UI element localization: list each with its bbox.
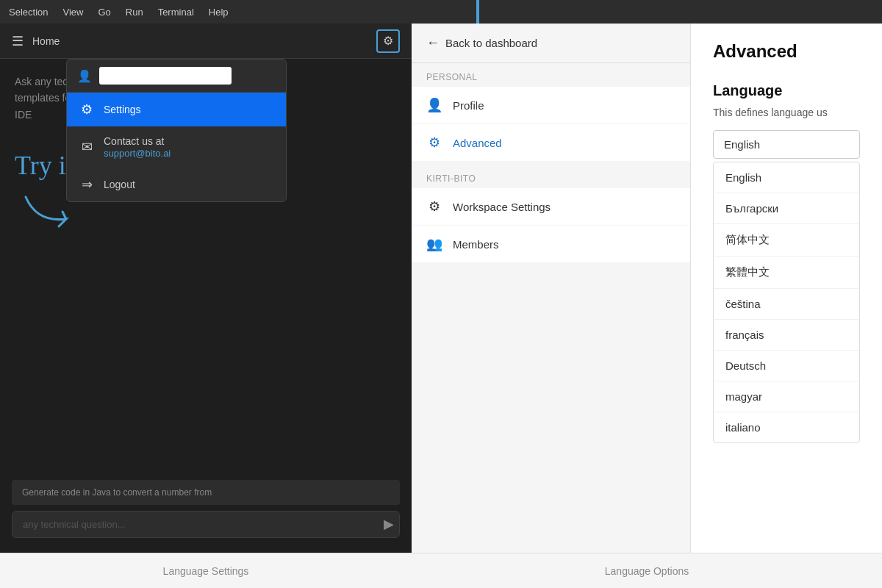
- send-icon: ▶: [384, 517, 394, 531]
- dropdown-search-input[interactable]: [99, 67, 232, 85]
- lang-option-simplified-chinese[interactable]: 简体中文: [714, 224, 859, 257]
- nav-item-profile[interactable]: 👤 Profile: [412, 87, 690, 123]
- lang-option-bulgarian[interactable]: Български: [714, 193, 859, 224]
- language-description: This defines language us: [713, 107, 860, 118]
- settings-menu-item[interactable]: ⚙ Settings: [67, 93, 286, 126]
- ide-input-area: Generate code in Java to convert a numbe…: [0, 474, 412, 544]
- personal-section-label: Personal: [412, 63, 690, 87]
- back-arrow-icon: ←: [426, 35, 440, 51]
- workspace-icon: ⚙: [426, 198, 442, 215]
- back-label: Back to dashboard: [445, 37, 537, 49]
- nav-item-workspace[interactable]: ⚙ Workspace Settings: [412, 188, 690, 225]
- gear-icon: ⚙: [383, 34, 393, 48]
- right-caption-text: Language Options: [605, 565, 689, 577]
- menu-run[interactable]: Run: [126, 7, 143, 18]
- logout-icon: ⇒: [79, 176, 95, 193]
- settings-panel: ← Back to dashboard Personal 👤 Profile ⚙…: [412, 24, 882, 588]
- members-label: Members: [453, 238, 499, 251]
- bottom-caption-right: Language Options: [412, 553, 882, 588]
- lang-option-english[interactable]: English: [714, 162, 859, 193]
- lang-option-italian[interactable]: italiano: [714, 412, 859, 442]
- hamburger-icon: ☰: [12, 33, 24, 49]
- dropdown-search-row: 👤: [67, 60, 286, 93]
- menu-bar: Selection View Go Run Terminal Help: [0, 0, 882, 24]
- language-section-title: Language: [713, 82, 860, 99]
- chat-placeholder: any technical question...: [23, 519, 125, 530]
- ide-suggestion: Generate code in Java to convert a numbe…: [12, 480, 400, 505]
- menu-selection[interactable]: Selection: [9, 7, 48, 18]
- menu-view[interactable]: View: [62, 7, 83, 18]
- send-button[interactable]: ▶: [384, 516, 394, 532]
- settings-icon: ⚙: [79, 101, 95, 118]
- lang-option-german[interactable]: Deutsch: [714, 351, 859, 381]
- lang-option-czech[interactable]: čeština: [714, 289, 859, 320]
- workspace-label: Workspace Settings: [453, 201, 551, 213]
- user-icon: 👤: [77, 69, 92, 83]
- menu-go[interactable]: Go: [98, 7, 110, 18]
- lang-option-traditional-chinese[interactable]: 繁體中文: [714, 257, 859, 289]
- bottom-caption-left: Language Settings: [0, 553, 412, 588]
- language-select[interactable]: English: [713, 130, 860, 159]
- advanced-label: Advanced: [453, 137, 502, 149]
- mail-icon: ✉: [79, 139, 95, 155]
- profile-icon: 👤: [426, 97, 442, 113]
- gear-button[interactable]: ⚙: [376, 29, 400, 53]
- logout-label: Logout: [104, 179, 135, 190]
- back-button[interactable]: ← Back to dashboard: [412, 24, 690, 63]
- language-options-list: English Български 简体中文 繁體中文 čeština fran…: [713, 162, 860, 443]
- left-caption-text: Language Settings: [163, 565, 249, 577]
- dropdown-menu: 👤 ⚙ Settings ✉ Contact us at support@bit…: [66, 59, 287, 202]
- advanced-icon: ⚙: [426, 135, 442, 151]
- home-label: Home: [32, 35, 60, 47]
- contact-label: Contact us at support@bito.ai: [104, 135, 171, 159]
- ide-panel: ☰ Home ⚙ 👤 ⚙ Settings ✉ Contact us at su…: [0, 24, 412, 588]
- lang-option-french[interactable]: français: [714, 320, 859, 351]
- main-content: ☰ Home ⚙ 👤 ⚙ Settings ✉ Contact us at su…: [0, 24, 882, 588]
- settings-label: Settings: [104, 104, 141, 115]
- ide-chat-input[interactable]: any technical question...: [12, 511, 400, 538]
- settings-title: Advanced: [713, 41, 860, 62]
- contact-menu-item[interactable]: ✉ Contact us at support@bito.ai: [67, 126, 286, 168]
- nav-item-advanced[interactable]: ⚙ Advanced: [412, 124, 690, 161]
- support-email[interactable]: support@bito.ai: [104, 148, 171, 159]
- profile-label: Profile: [453, 99, 484, 112]
- kirti-section-label: Kirti-Bito: [412, 162, 690, 188]
- logout-menu-item[interactable]: ⇒ Logout: [67, 168, 286, 201]
- settings-nav: ← Back to dashboard Personal 👤 Profile ⚙…: [412, 24, 691, 588]
- menu-help[interactable]: Help: [209, 7, 229, 18]
- menu-terminal[interactable]: Terminal: [158, 7, 194, 18]
- members-icon: 👥: [426, 236, 442, 252]
- lang-option-hungarian[interactable]: magyar: [714, 381, 859, 412]
- ide-header: ☰ Home ⚙: [0, 24, 412, 59]
- nav-item-members[interactable]: 👥 Members: [412, 226, 690, 262]
- settings-main: Advanced Language This defines language …: [691, 24, 882, 588]
